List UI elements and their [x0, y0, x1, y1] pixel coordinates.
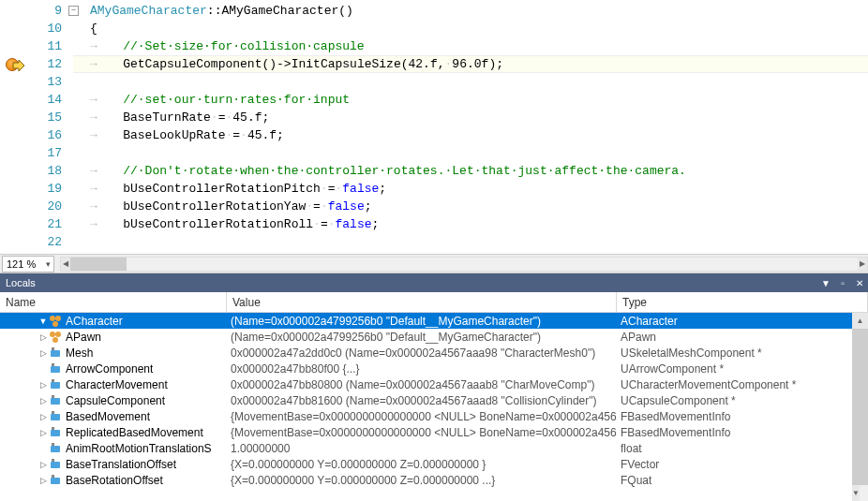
code-editor[interactable]: 9−10111213141516171819202122 AMyGameChar… [0, 0, 868, 255]
line-number[interactable]: 18 [0, 162, 73, 180]
code-line[interactable]: → //·Don't·rotate·when·the·controller·ro… [73, 162, 868, 180]
line-number[interactable]: 17 [0, 144, 73, 162]
scroll-left-icon[interactable]: ◀ [61, 258, 70, 271]
code-line[interactable]: { [73, 20, 868, 37]
line-number[interactable]: 21 [0, 215, 73, 233]
horizontal-scrollbar[interactable]: ◀ ▶ [60, 257, 868, 272]
row-value: (Name=0x000002a4799256b0 "Default__MyGam… [227, 331, 617, 344]
header-type[interactable]: Type [617, 292, 868, 312]
indent-arrow-icon: → [90, 164, 101, 178]
code-line[interactable]: AMyGameCharacter::AMyGameCharacter() [73, 2, 868, 20]
row-type: USkeletalMeshComponent * [617, 346, 868, 360]
locals-row[interactable]: ▷ReplicatedBasedMovement{MovementBase=0x… [0, 424, 868, 440]
expand-icon[interactable]: ▷ [37, 428, 49, 437]
row-name: ReplicatedBasedMovement [66, 426, 203, 439]
expand-icon[interactable]: ▷ [37, 396, 49, 405]
expand-icon[interactable]: ▷ [37, 332, 49, 342]
code-line[interactable]: → BaseLookUpRate·=·45.f; [73, 126, 868, 144]
locals-row[interactable]: ArrowComponent0x000002a47bb80f00 {...}UA… [0, 361, 868, 376]
code-line[interactable]: → GetCapsuleComponent()->InitCapsuleSize… [73, 55, 868, 73]
svg-point-3 [50, 332, 55, 337]
scroll-thumb[interactable] [70, 258, 127, 271]
svg-rect-17 [52, 427, 54, 430]
zoom-dropdown[interactable]: 121 % [2, 256, 54, 273]
row-type: UArrowComponent * [617, 362, 868, 376]
field-icon [49, 474, 62, 487]
code-line[interactable]: → //·set·our·turn·rates·for·input [73, 91, 868, 109]
breakpoint-icon[interactable] [6, 58, 19, 71]
indent-arrow-icon: → [90, 57, 101, 71]
code-line[interactable]: → bUseControllerRotationYaw·=·false; [73, 198, 868, 215]
line-number[interactable]: 12 [0, 55, 73, 73]
locals-titlebar[interactable]: Locals ▼ ▫ ✕ [0, 273, 868, 292]
scroll-right-icon[interactable]: ▶ [858, 258, 867, 271]
expand-icon[interactable]: ▷ [37, 412, 49, 421]
window-dropdown-icon[interactable]: ▼ [817, 278, 834, 288]
svg-rect-16 [51, 430, 60, 436]
row-value: 1.00000000 [227, 442, 617, 455]
code-line[interactable]: → BaseTurnRate·=·45.f; [73, 109, 868, 126]
svg-rect-22 [51, 478, 60, 484]
locals-header[interactable]: Name Value Type [0, 292, 868, 313]
row-name: ArrowComponent [66, 362, 153, 376]
code-line[interactable] [73, 144, 868, 162]
row-value: 0x000002a47bb80800 (Name=0x000002a4567aa… [227, 378, 617, 391]
field-icon [49, 410, 62, 423]
locals-row[interactable]: ▷CapsuleComponent0x000002a47bb81600 (Nam… [0, 392, 868, 408]
row-name: CapsuleComponent [66, 394, 165, 407]
code-line[interactable]: → //·Set·size·for·collision·capsule [73, 37, 868, 55]
svg-point-4 [55, 332, 61, 337]
locals-row[interactable]: ▷Mesh0x000002a47a2dd0c0 (Name=0x000002a4… [0, 345, 868, 361]
svg-rect-21 [52, 459, 54, 462]
row-value: 0x000002a47a2dd0c0 (Name=0x000002a4567aa… [227, 346, 617, 360]
line-number[interactable]: 20 [0, 198, 73, 215]
svg-rect-6 [51, 350, 60, 357]
svg-rect-12 [51, 398, 60, 405]
locals-row[interactable]: ▷CharacterMovement0x000002a47bb80800 (Na… [0, 376, 868, 392]
pin-icon[interactable]: ▫ [834, 278, 851, 288]
expand-icon[interactable]: ▷ [37, 380, 49, 390]
scroll-up-icon[interactable]: ▲ [852, 313, 868, 329]
line-number[interactable]: 10 [0, 20, 73, 37]
editor-body[interactable]: AMyGameCharacter::AMyGameCharacter(){→ /… [73, 0, 868, 254]
locals-row[interactable]: ▼ACharacter(Name=0x000002a4799256b0 "Def… [0, 313, 868, 329]
scroll-thumb[interactable] [852, 329, 868, 485]
field-icon [49, 346, 62, 360]
row-type: FVector [617, 458, 868, 471]
expand-icon[interactable]: ▷ [37, 460, 49, 469]
row-value: {MovementBase=0x0000000000000000 <NULL> … [227, 426, 617, 439]
svg-rect-20 [51, 462, 60, 468]
line-number[interactable]: 22 [0, 233, 73, 251]
vertical-scrollbar[interactable]: ▲ ▼ [852, 313, 868, 501]
locals-row[interactable]: AnimRootMotionTranslationS1.00000000floa… [0, 440, 868, 456]
line-number[interactable]: 15 [0, 109, 73, 126]
row-name: BasedMovement [66, 410, 150, 423]
expand-icon[interactable]: ▷ [37, 348, 49, 358]
code-line[interactable]: → bUseControllerRotationPitch·=·false; [73, 180, 868, 198]
line-number[interactable]: 19 [0, 180, 73, 198]
scroll-down-icon[interactable]: ▼ [852, 485, 860, 501]
line-number[interactable]: 16 [0, 126, 73, 144]
line-number[interactable]: 9− [0, 2, 73, 20]
line-number[interactable]: 11 [0, 37, 73, 55]
locals-grid[interactable]: ▼ACharacter(Name=0x000002a4799256b0 "Def… [0, 313, 868, 501]
close-icon[interactable]: ✕ [851, 278, 868, 288]
code-line[interactable] [73, 73, 868, 91]
expand-icon[interactable]: ▷ [37, 476, 49, 485]
code-line[interactable] [73, 233, 868, 251]
header-name[interactable]: Name [0, 292, 227, 312]
indent-arrow-icon: → [90, 93, 101, 107]
field-icon [49, 458, 62, 471]
field-icon [49, 394, 62, 407]
code-line[interactable]: → bUseControllerRotationRoll·=·false; [73, 215, 868, 233]
row-type: ACharacter [617, 315, 868, 328]
locals-row[interactable]: ▷APawn(Name=0x000002a4799256b0 "Default_… [0, 329, 868, 345]
collapse-icon[interactable]: ▼ [37, 317, 49, 326]
header-value[interactable]: Value [227, 292, 617, 312]
line-number[interactable]: 13 [0, 73, 73, 91]
line-number[interactable]: 14 [0, 91, 73, 109]
locals-row[interactable]: ▷BaseRotationOffset{X=0.000000000 Y=0.00… [0, 472, 868, 488]
locals-row[interactable]: ▷BasedMovement{MovementBase=0x0000000000… [0, 408, 868, 424]
editor-gutter[interactable]: 9−10111213141516171819202122 [0, 0, 73, 254]
locals-row[interactable]: ▷BaseTranslationOffset{X=0.000000000 Y=0… [0, 456, 868, 472]
